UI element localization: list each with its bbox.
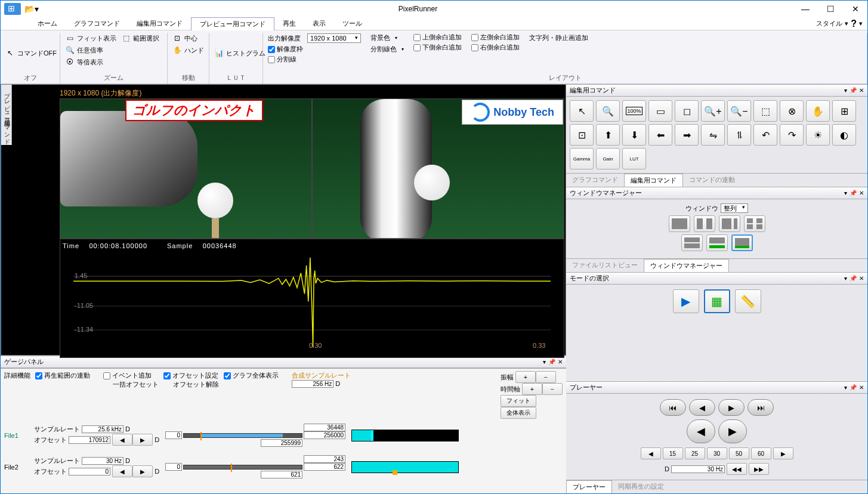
pointer-tool[interactable]: ↖ [570,100,594,122]
step-15[interactable]: 15 [663,447,683,459]
play-range-check[interactable]: 再生範囲の連動 [35,371,90,380]
hz-forward[interactable]: ▶▶ [749,463,769,475]
split-line-check[interactable]: 分割線 [268,55,361,64]
file1-slider[interactable] [183,433,302,438]
rotate-r-tool[interactable]: ↷ [780,124,804,146]
file1-offset[interactable] [69,436,110,444]
align-combo[interactable]: 整列 [721,203,748,213]
contrast-tool[interactable]: ◐ [832,124,856,146]
pin-icon[interactable]: 📌 [850,87,857,94]
batch-offset-button[interactable]: 一括オフセット [103,380,159,389]
offset-clear-button[interactable]: オフセット解除 [163,380,219,389]
mode-ruler[interactable]: 📏 [735,289,761,313]
fit-button[interactable]: フィット [501,395,536,407]
tab-cmd-link[interactable]: コマンドの連動 [683,174,741,187]
play-button[interactable]: ▶ [718,419,747,443]
step-60[interactable]: 60 [751,447,771,459]
pin-icon[interactable]: 📌 [850,190,857,196]
close-icon[interactable]: ✕ [859,87,864,94]
tab-sync[interactable]: 同期再生の設定 [612,480,670,493]
file2-slider[interactable] [183,465,302,470]
file2-samplerate[interactable] [82,457,123,465]
file1-start[interactable] [165,431,182,439]
flip-v-tool[interactable]: ⥮ [727,124,751,146]
close-icon[interactable]: ✕ [859,190,864,196]
res-frame-check[interactable]: 解像度枠 [268,45,361,54]
dropdown-icon[interactable]: ▾ [844,384,847,391]
zoom-rect-tool[interactable]: ⬚ [753,100,777,122]
rewind-button[interactable]: ◀ [687,419,715,443]
step-30[interactable]: 30 [707,447,727,459]
layout-2[interactable] [694,215,715,232]
step-25[interactable]: 25 [685,447,705,459]
tab-edit-cmd[interactable]: 編集用コマンド [624,174,683,187]
bgcolor-button[interactable]: 背景色▾ [370,33,404,43]
frame-tool[interactable]: ◻ [675,100,699,122]
prev-button[interactable]: ◀ [689,399,715,416]
fit-view-button[interactable]: ▭フィット表示 [65,33,116,44]
dropdown-icon[interactable]: ▾ [844,190,847,196]
last-button[interactable]: ⏭ [747,399,774,416]
fit-tool[interactable]: ▭ [648,100,672,122]
tab-player[interactable]: プレーヤー [566,480,612,493]
gamma-tool[interactable]: Gamma [570,148,594,169]
fullview-button[interactable]: 全体表示 [501,407,536,419]
first-button[interactable]: ⏮ [660,399,686,416]
file1-end[interactable] [261,439,302,447]
menu-graph-cmd[interactable]: グラフコマンド [66,17,128,30]
file1-off-next[interactable]: ▶ [132,434,153,446]
file1-samplerate[interactable] [82,425,123,433]
waveform-graph[interactable]: Time 00:00:08.100000 Sample 00036448 1.4… [60,239,564,358]
grid-tool[interactable]: ⊞ [832,100,856,122]
pin-icon[interactable]: 📌 [548,359,555,365]
amp-minus[interactable]: − [536,371,556,383]
graph-full-check[interactable]: グラフ全体表示 [224,371,279,380]
offset-set-check[interactable]: オフセット設定 [163,371,219,380]
center-button[interactable]: ⊡中心 [172,33,204,44]
gain-tool[interactable]: Gain [596,148,620,169]
dropdown-icon[interactable]: ▾ [844,87,847,94]
hand-tool[interactable]: ✋ [806,100,830,122]
amp-plus[interactable]: + [515,371,536,383]
next-button[interactable]: ▶ [718,399,745,416]
up-tool[interactable]: ⬆ [596,124,620,146]
preview-side-tab[interactable]: プレビュー用編集コマンド [1,85,12,145]
center-tool[interactable]: ⊡ [570,124,594,146]
mode-play[interactable]: ▶ [673,289,699,313]
layout-5[interactable] [681,234,703,251]
margin-top-check[interactable]: 上側余白追加 [413,33,462,42]
help-icon[interactable]: ? [851,18,857,29]
zoom-tool[interactable]: 🔍 [596,100,620,122]
file1-val[interactable] [304,424,345,431]
menu-tools[interactable]: ツール [334,17,370,30]
margin-left-check[interactable]: 左側余白追加 [471,33,520,42]
text-still-button[interactable]: 文字列・静止画追加 [529,33,588,43]
layout-6[interactable] [706,234,728,251]
close-icon[interactable]: ✕ [859,384,864,391]
menu-preview-cmd[interactable]: プレビュー用コマンド [191,17,274,30]
event-add-check[interactable]: イベント追加 [103,371,159,380]
file2-val[interactable] [304,455,345,463]
100pct-tool[interactable]: 100% [622,100,646,122]
hz-rewind[interactable]: ◀◀ [727,463,747,475]
layout-3[interactable] [719,215,740,232]
time-plus[interactable]: + [522,383,542,395]
layout-7[interactable] [731,234,753,251]
hz-input[interactable] [671,465,725,473]
close-panel-icon[interactable]: ✕ [558,359,563,365]
range-select-button[interactable]: ⬚範囲選択 [121,33,159,44]
tab-graph-cmd[interactable]: グラフコマンド [566,174,624,187]
close-icon[interactable]: ✕ [859,275,864,282]
menu-edit-cmd[interactable]: 編集用コマンド [128,17,191,30]
pin-icon[interactable]: 📌 [850,275,857,282]
file2-start[interactable] [165,463,182,471]
layout-4[interactable] [744,215,765,232]
file1-timeline[interactable] [351,430,459,441]
equal-zoom-button[interactable]: ⦿等倍表示 [65,57,116,67]
down-tool[interactable]: ⬇ [622,124,646,146]
split-color-button[interactable]: 分割線色▾ [370,44,404,54]
file2-off-prev[interactable]: ◀ [112,465,132,477]
margin-bottom-check[interactable]: 下側余白追加 [413,43,462,52]
margin-right-check[interactable]: 右側余白追加 [471,43,520,52]
file2-offset[interactable] [69,468,110,476]
